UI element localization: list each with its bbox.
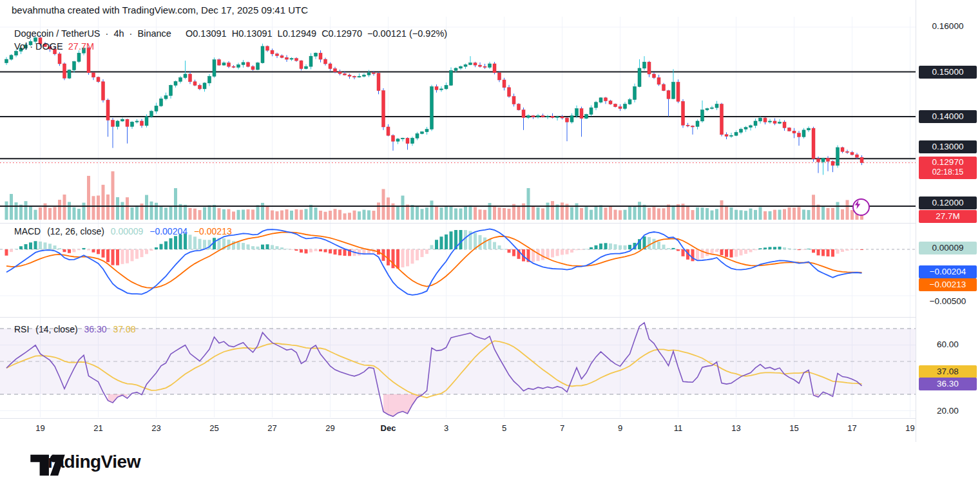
close-value: C0.12970	[322, 28, 362, 39]
macd-params: (12, 26, close)	[47, 226, 104, 236]
legend-dot: ·	[130, 28, 133, 39]
chart-plot-area[interactable]	[0, 0, 916, 442]
price-axis-label: 0.16000	[916, 21, 979, 32]
time-axis-label: 15	[780, 423, 809, 433]
time-axis-label: 19	[896, 423, 925, 433]
exchange-label: Binance	[137, 28, 171, 39]
macd-axis-label: −0.00500	[916, 296, 979, 307]
symbol-name[interactable]: Dogecoin / TetherUS	[14, 28, 101, 39]
quick-trade-button[interactable]	[852, 198, 870, 216]
time-axis-label: 11	[664, 423, 693, 433]
macd-axis-label: 0.00009	[919, 242, 977, 254]
rsi-legend[interactable]: RSI (14, close) 36.30 37.08	[14, 324, 135, 334]
time-axis-label: 5	[490, 423, 519, 433]
macd-axis-label: −0.00213	[919, 278, 977, 291]
volume-label: Vol · DOGE	[14, 41, 63, 52]
time-axis-label: 13	[722, 423, 751, 433]
rsi-title: RSI	[14, 324, 29, 334]
time-axis-label: 27	[258, 423, 287, 433]
time-axis-label: 3	[432, 423, 461, 433]
panel-separator[interactable]	[0, 317, 980, 318]
rsi-params: (14, close)	[35, 324, 77, 334]
macd-signal-value: −0.00213	[194, 226, 232, 236]
macd-title: MACD	[14, 226, 41, 236]
rsi-axis-label: 60.00	[916, 339, 979, 350]
tradingview-chart-page: { "header": {"title": "bevahmutha create…	[0, 0, 980, 489]
tradingview-logo-icon	[29, 452, 66, 479]
price-axis-label: 0.14000	[919, 110, 977, 123]
macd-legend[interactable]: MACD (12, 26, close) 0.00009 −0.00204 −0…	[14, 226, 232, 236]
volume-value: 27.7M	[68, 41, 94, 52]
panel-separator[interactable]	[0, 223, 980, 224]
tradingview-logo[interactable]: TradingView	[29, 452, 140, 472]
change-value: −0.00121 (−0.92%)	[367, 28, 447, 39]
price-axis-label: 27.7M	[919, 210, 977, 223]
high-value: H0.13091	[232, 28, 273, 39]
price-scale[interactable]: 0.160000.150000.140000.130000.1297002:18…	[916, 0, 980, 442]
rsi-axis-label: 20.00	[916, 405, 979, 417]
price-axis-label: 0.15000	[919, 66, 977, 79]
time-axis-label: 19	[26, 423, 55, 433]
price-axis-label: 0.13000	[919, 140, 977, 153]
time-axis-label: 23	[142, 423, 171, 433]
legend-dot: ·	[106, 28, 109, 39]
rsi-axis-label: 37.08	[919, 365, 977, 378]
time-axis-label: 9	[606, 423, 635, 433]
volume-legend[interactable]: Vol · DOGE 27.7M	[14, 41, 94, 52]
open-value: O0.13091	[186, 28, 227, 39]
time-axis-label: 25	[200, 423, 229, 433]
macd-axis-label: −0.00204	[919, 265, 977, 278]
symbol-legend[interactable]: Dogecoin / TetherUS · 4h · Binance O0.13…	[14, 28, 447, 39]
macd-hist-value: 0.00009	[111, 226, 144, 236]
panel-separator	[0, 418, 980, 419]
time-axis-label: 7	[548, 423, 577, 433]
time-axis-label: 29	[316, 423, 345, 433]
interval-label[interactable]: 4h	[113, 28, 124, 39]
time-axis-label: Dec	[374, 423, 403, 433]
lightning-icon	[854, 200, 862, 209]
price-axis-label: 0.12000	[919, 197, 977, 209]
time-axis-label: 17	[838, 423, 867, 433]
time-axis-label: 21	[84, 423, 113, 433]
macd-line-value: −0.00204	[149, 226, 187, 236]
rsi-ma-value: 37.08	[113, 324, 135, 334]
rsi-axis-label: 36.30	[919, 378, 977, 390]
low-value: L0.12949	[278, 28, 316, 39]
price-axis-label: 0.1297002:18:15	[919, 157, 977, 179]
rsi-value: 36.30	[84, 324, 106, 334]
